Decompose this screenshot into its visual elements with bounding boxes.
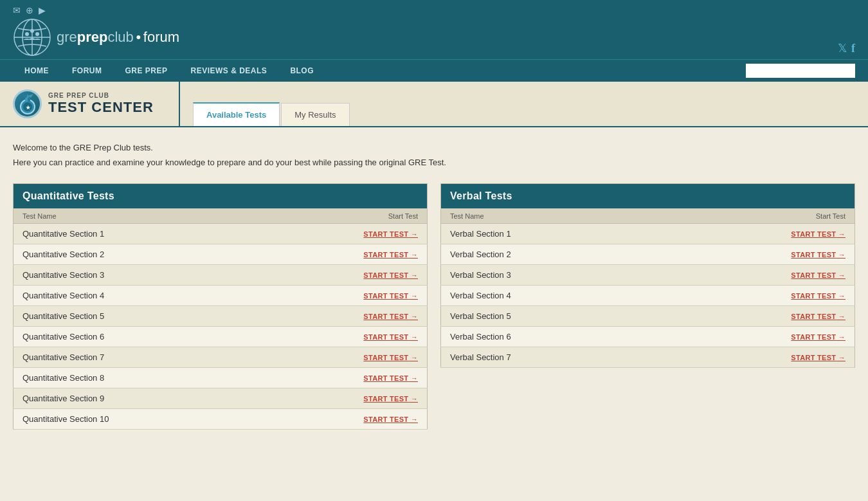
start-test-cell: START TEST (258, 326, 428, 347)
start-test-cell: START TEST (258, 244, 428, 264)
test-name: Quantitative Section 5 (14, 305, 258, 326)
svg-point-5 (30, 29, 34, 33)
verbal-col-name: Test Name (441, 208, 657, 223)
search-input[interactable] (746, 64, 855, 78)
start-test-link[interactable]: START TEST (363, 415, 418, 423)
start-test-cell: START TEST (656, 285, 854, 305)
test-name: Verbal Section 3 (441, 264, 657, 285)
start-test-link[interactable]: START TEST (363, 292, 418, 300)
email-icon[interactable]: ✉ (13, 5, 21, 15)
start-test-link[interactable]: START TEST (363, 251, 418, 259)
nav-gre-prep[interactable]: GRE PREP (114, 60, 179, 82)
table-row: Quantitative Section 9 START TEST (14, 388, 428, 408)
search-container (746, 64, 855, 78)
start-test-cell: START TEST (258, 305, 428, 326)
facebook-icon[interactable]: f (851, 42, 855, 55)
tables-row: Quantitative Tests Test Name Start Test … (13, 183, 855, 430)
welcome-text: Welcome to the GRE Prep Club tests. Here… (13, 140, 855, 170)
table-row: Quantitative Section 1 START TEST (14, 223, 428, 244)
top-utility-icons: ✉ ⊕ ▶ (13, 5, 179, 15)
table-row: Verbal Section 7 START TEST (441, 347, 855, 367)
logo-forum: forum (143, 29, 179, 45)
nav-forum[interactable]: FORUM (60, 60, 114, 82)
start-test-link[interactable]: START TEST (363, 395, 418, 403)
top-bar: ✉ ⊕ ▶ (0, 0, 868, 59)
start-test-link[interactable]: START TEST (791, 333, 845, 341)
table-row: Quantitative Section 7 START TEST (14, 347, 428, 367)
start-test-cell: START TEST (258, 347, 428, 367)
quant-col-start: Start Test (258, 208, 428, 223)
tc-title: TEST CENTER (48, 99, 154, 116)
social-icons: 𝕏 f (838, 41, 855, 59)
start-test-link[interactable]: START TEST (363, 374, 418, 382)
logo-main: greprepclub • forum (13, 18, 179, 59)
quantitative-table: Quantitative Tests Test Name Start Test … (13, 183, 428, 430)
start-test-link[interactable]: START TEST (791, 230, 845, 238)
nav-blog[interactable]: BLOG (278, 60, 325, 82)
table-row: Verbal Section 4 START TEST (441, 285, 855, 305)
start-test-cell: START TEST (258, 264, 428, 285)
globe-icon[interactable]: ⊕ (26, 5, 33, 15)
tc-subtitle: GRE PREP CLUB (48, 92, 154, 99)
tab-available-tests[interactable]: Available Tests (193, 102, 280, 126)
start-test-link[interactable]: START TEST (363, 271, 418, 279)
logo-area: ✉ ⊕ ▶ (13, 5, 179, 59)
verbal-col-start: Start Test (656, 208, 854, 223)
start-test-cell: START TEST (258, 388, 428, 408)
start-test-link[interactable]: START TEST (791, 251, 845, 259)
test-name: Verbal Section 6 (441, 326, 657, 347)
svg-point-6 (35, 32, 39, 36)
test-center-header: ★ GRE PREP CLUB TEST CENTER Available Te… (0, 82, 868, 127)
start-test-link[interactable]: START TEST (363, 354, 418, 361)
table-row: Verbal Section 6 START TEST (441, 326, 855, 347)
table-row: Verbal Section 5 START TEST (441, 305, 855, 326)
tc-tabs: Available Tests My Results (180, 82, 351, 126)
svg-rect-11 (25, 98, 28, 102)
test-name: Quantitative Section 2 (14, 244, 258, 264)
start-test-cell: START TEST (656, 347, 854, 367)
tab-my-results[interactable]: My Results (281, 103, 349, 126)
quant-col-name: Test Name (14, 208, 258, 223)
logo-club: club (107, 29, 133, 45)
logo-gre: gre (57, 29, 77, 45)
svg-rect-12 (28, 98, 30, 102)
start-test-link[interactable]: START TEST (791, 292, 845, 300)
start-test-link[interactable]: START TEST (363, 230, 418, 238)
logo-dot: • (136, 29, 141, 45)
test-name: Quantitative Section 8 (14, 367, 258, 388)
verbal-section: Verbal Tests Test Name Start Test Verbal… (440, 183, 855, 368)
logo-text[interactable]: greprepclub • forum (57, 29, 179, 46)
table-row: Verbal Section 3 START TEST (441, 264, 855, 285)
table-row: Quantitative Section 6 START TEST (14, 326, 428, 347)
start-test-cell: START TEST (656, 305, 854, 326)
test-name: Verbal Section 1 (441, 223, 657, 244)
tc-badge: ★ (13, 89, 42, 118)
start-test-link[interactable]: START TEST (363, 333, 418, 341)
start-test-link[interactable]: START TEST (363, 313, 418, 320)
nav-home[interactable]: HOME (13, 60, 60, 82)
main-content: Welcome to the GRE Prep Club tests. Here… (0, 127, 868, 442)
logo-globe-svg (13, 18, 51, 57)
twitter-icon[interactable]: 𝕏 (838, 41, 847, 55)
test-name: Verbal Section 5 (441, 305, 657, 326)
start-test-link[interactable]: START TEST (791, 271, 845, 279)
nav-reviews[interactable]: REVIEWS & DEALS (179, 60, 279, 82)
test-center-logo-area: ★ GRE PREP CLUB TEST CENTER (13, 82, 180, 126)
test-name: Quantitative Section 9 (14, 388, 258, 408)
medal-icon: ★ (18, 93, 37, 115)
table-row: Quantitative Section 4 START TEST (14, 285, 428, 305)
rss-icon[interactable]: ▶ (39, 5, 46, 15)
quantitative-section: Quantitative Tests Test Name Start Test … (13, 183, 428, 430)
logo-prep: prep (77, 29, 108, 45)
start-test-cell: START TEST (656, 244, 854, 264)
test-name: Quantitative Section 7 (14, 347, 258, 367)
start-test-cell: START TEST (258, 367, 428, 388)
start-test-cell: START TEST (656, 326, 854, 347)
start-test-link[interactable]: START TEST (791, 354, 845, 361)
test-name: Quantitative Section 4 (14, 285, 258, 305)
table-row: Quantitative Section 3 START TEST (14, 264, 428, 285)
start-test-link[interactable]: START TEST (791, 313, 845, 320)
table-row: Quantitative Section 2 START TEST (14, 244, 428, 264)
start-test-cell: START TEST (258, 223, 428, 244)
test-name: Quantitative Section 3 (14, 264, 258, 285)
